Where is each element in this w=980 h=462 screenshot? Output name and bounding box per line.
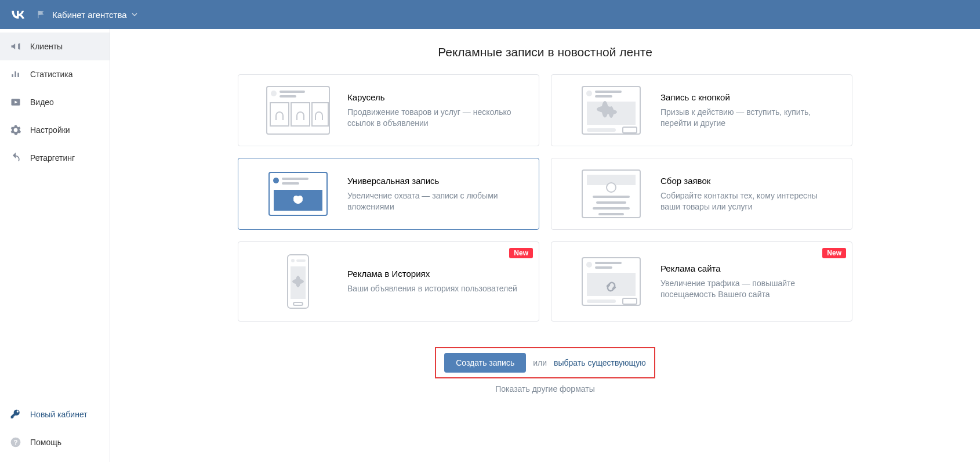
svg-rect-38	[587, 273, 636, 296]
primary-action-row: Создать запись или выбрать существующую	[435, 347, 655, 378]
svg-point-35	[586, 262, 592, 268]
key-icon	[9, 408, 22, 421]
svg-rect-39	[587, 299, 616, 303]
card-title: Карусель	[347, 92, 525, 102]
page-title: Рекламные записи в новостной ленте	[438, 45, 652, 59]
svg-point-4	[271, 91, 277, 96]
undo-icon	[9, 151, 22, 164]
svg-rect-15	[587, 128, 616, 132]
new-badge: New	[509, 248, 533, 258]
sidebar-new-account[interactable]: Новый кабинет	[0, 400, 110, 428]
account-label: Кабинет агентства	[52, 10, 127, 20]
card-desc: Увеличение охвата — записи с любыми влож…	[347, 190, 525, 212]
sidebar-help[interactable]: ? Помощь	[0, 428, 110, 456]
account-switcher[interactable]: Кабинет агентства	[36, 9, 137, 20]
sidebar-help-label: Помощь	[30, 438, 61, 447]
sidebar: Клиенты Статистика Видео Настройки	[0, 29, 110, 462]
stories-thumb-icon	[249, 252, 347, 311]
chevron-down-icon	[132, 12, 137, 17]
card-title: Реклама в Историях	[347, 269, 525, 279]
card-title: Сбор заявок	[660, 176, 838, 186]
svg-point-11	[586, 91, 592, 96]
play-icon	[9, 96, 22, 109]
sidebar-item-label: Ретаргетинг	[30, 153, 75, 163]
show-other-formats-link[interactable]: Показать другие форматы	[495, 384, 594, 394]
vk-logo-icon	[8, 5, 28, 24]
card-desc: Ваши объявления в историях пользователей	[347, 283, 525, 294]
flag-icon	[36, 9, 46, 20]
carousel-thumb-icon	[249, 85, 347, 135]
svg-point-24	[607, 183, 616, 192]
svg-point-18	[273, 178, 279, 183]
header-bar: Кабинет агентства	[0, 0, 980, 29]
card-desc: Призыв к действию — вступить, купить, пе…	[660, 107, 838, 129]
svg-rect-31	[296, 259, 306, 262]
sidebar-item-label: Видео	[30, 98, 54, 107]
universal-post-thumb-icon	[249, 169, 347, 219]
site-ad-thumb-icon	[562, 257, 660, 306]
svg-rect-8	[291, 103, 310, 126]
card-desc: Собирайте контакты тех, кому интересны в…	[660, 190, 838, 212]
card-desc: Увеличение трафика — повышайте посещаемо…	[660, 278, 838, 300]
bars-icon	[9, 68, 22, 81]
card-carousel[interactable]: Карусель Продвижение товаров и услуг — н…	[238, 74, 539, 146]
svg-text:?: ?	[13, 438, 17, 446]
card-lead-form[interactable]: Сбор заявок Собирайте контакты тех, кому…	[551, 158, 852, 230]
actions: Создать запись или выбрать существующую …	[435, 347, 655, 394]
sidebar-item-settings[interactable]: Настройки	[0, 116, 110, 144]
lead-form-thumb-icon	[562, 169, 660, 219]
or-text: или	[533, 358, 547, 367]
sidebar-item-label: Настройки	[30, 125, 70, 135]
card-universal-post[interactable]: Универсальная запись Увеличение охвата —…	[238, 158, 539, 230]
sidebar-item-clients[interactable]: Клиенты	[0, 33, 110, 60]
sidebar-new-account-label: Новый кабинет	[30, 410, 88, 419]
sidebar-item-label: Статистика	[30, 70, 73, 79]
gear-icon	[9, 124, 22, 136]
megaphone-icon	[9, 40, 22, 53]
card-stories-ad[interactable]: New Реклама в Историях Ваши объявления в…	[238, 241, 539, 322]
sidebar-item-statistics[interactable]: Статистика	[0, 60, 110, 88]
format-grid: Карусель Продвижение товаров и услуг — н…	[238, 74, 852, 322]
svg-point-30	[291, 259, 295, 262]
question-icon: ?	[9, 436, 22, 449]
card-title: Универсальная запись	[347, 176, 525, 186]
main: Рекламные записи в новостной ленте	[110, 29, 980, 462]
card-title: Запись с кнопкой	[660, 92, 838, 102]
svg-rect-9	[312, 103, 328, 126]
sidebar-item-retargeting[interactable]: Ретаргетинг	[0, 144, 110, 172]
choose-existing-link[interactable]: выбрать существующую	[554, 358, 646, 367]
sidebar-item-video[interactable]: Видео	[0, 88, 110, 116]
new-badge: New	[822, 248, 846, 258]
post-button-thumb-icon	[562, 85, 660, 135]
card-title: Реклама сайта	[660, 264, 838, 273]
card-site-ad[interactable]: New	[551, 241, 852, 322]
card-post-with-button[interactable]: Запись с кнопкой Призыв к действию — вст…	[551, 74, 852, 146]
card-desc: Продвижение товаров и услуг — несколько …	[347, 107, 525, 129]
create-post-button[interactable]: Создать запись	[444, 353, 526, 373]
svg-rect-7	[270, 103, 289, 126]
sidebar-item-label: Клиенты	[30, 42, 63, 51]
